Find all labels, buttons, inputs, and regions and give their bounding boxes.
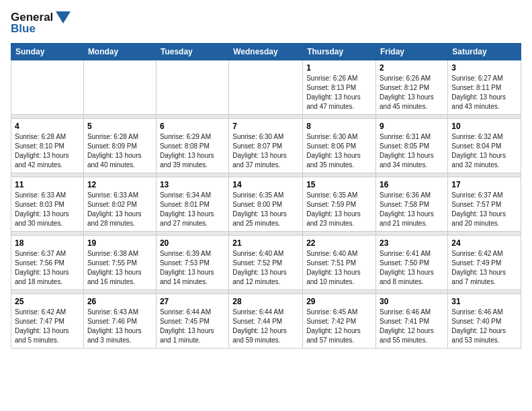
calendar-cell xyxy=(156,60,228,115)
day-number: 5 xyxy=(87,122,152,131)
calendar-cell xyxy=(83,60,156,115)
calendar-cell: 13Sunrise: 6:34 AM Sunset: 8:01 PM Dayli… xyxy=(156,177,228,232)
day-number: 14 xyxy=(232,180,299,189)
calendar-header-row: SundayMondayTuesdayWednesdayThursdayFrid… xyxy=(11,44,521,60)
calendar-week-row: 11Sunrise: 6:33 AM Sunset: 8:03 PM Dayli… xyxy=(11,177,521,232)
calendar-cell: 31Sunrise: 6:46 AM Sunset: 7:40 PM Dayli… xyxy=(448,294,521,349)
day-info: Sunrise: 6:37 AM Sunset: 7:57 PM Dayligh… xyxy=(451,191,517,228)
calendar-table: SundayMondayTuesdayWednesdayThursdayFrid… xyxy=(11,43,521,349)
day-info: Sunrise: 6:33 AM Sunset: 8:03 PM Dayligh… xyxy=(15,191,80,228)
calendar-cell: 2Sunrise: 6:26 AM Sunset: 8:12 PM Daylig… xyxy=(376,60,448,115)
calendar-cell: 10Sunrise: 6:32 AM Sunset: 8:04 PM Dayli… xyxy=(448,119,521,173)
calendar-cell: 15Sunrise: 6:35 AM Sunset: 7:59 PM Dayli… xyxy=(303,177,376,232)
calendar-cell: 16Sunrise: 6:36 AM Sunset: 7:58 PM Dayli… xyxy=(376,177,448,232)
day-info: Sunrise: 6:30 AM Sunset: 8:06 PM Dayligh… xyxy=(306,132,372,170)
day-number: 7 xyxy=(232,122,299,131)
day-info: Sunrise: 6:28 AM Sunset: 8:09 PM Dayligh… xyxy=(87,132,152,170)
calendar-cell: 6Sunrise: 6:29 AM Sunset: 8:08 PM Daylig… xyxy=(156,119,228,173)
day-info: Sunrise: 6:44 AM Sunset: 7:45 PM Dayligh… xyxy=(160,308,225,345)
day-number: 2 xyxy=(380,63,444,73)
day-number: 6 xyxy=(160,122,225,131)
calendar-cell xyxy=(229,60,303,115)
calendar-cell: 28Sunrise: 6:44 AM Sunset: 7:44 PM Dayli… xyxy=(229,294,303,349)
day-number: 17 xyxy=(451,180,517,189)
day-number: 24 xyxy=(451,238,517,248)
calendar-cell xyxy=(11,60,84,115)
day-info: Sunrise: 6:42 AM Sunset: 7:47 PM Dayligh… xyxy=(15,308,80,345)
day-number: 10 xyxy=(451,122,517,131)
day-number: 13 xyxy=(160,180,225,189)
day-number: 12 xyxy=(87,180,152,189)
day-number: 1 xyxy=(306,63,372,73)
day-info: Sunrise: 6:41 AM Sunset: 7:50 PM Dayligh… xyxy=(380,249,444,287)
day-number: 30 xyxy=(380,297,444,306)
page-header: General Blue xyxy=(11,11,521,35)
calendar-cell: 26Sunrise: 6:43 AM Sunset: 7:46 PM Dayli… xyxy=(83,294,156,349)
day-number: 21 xyxy=(232,238,299,248)
day-info: Sunrise: 6:38 AM Sunset: 7:55 PM Dayligh… xyxy=(87,249,152,287)
day-info: Sunrise: 6:43 AM Sunset: 7:46 PM Dayligh… xyxy=(87,308,152,345)
calendar-cell: 30Sunrise: 6:46 AM Sunset: 7:41 PM Dayli… xyxy=(376,294,448,349)
calendar-week-row: 1Sunrise: 6:26 AM Sunset: 8:13 PM Daylig… xyxy=(11,60,521,115)
calendar-cell: 4Sunrise: 6:28 AM Sunset: 8:10 PM Daylig… xyxy=(11,119,84,173)
day-number: 19 xyxy=(87,238,152,248)
calendar-cell: 27Sunrise: 6:44 AM Sunset: 7:45 PM Dayli… xyxy=(156,294,228,349)
calendar-cell: 8Sunrise: 6:30 AM Sunset: 8:06 PM Daylig… xyxy=(303,119,376,173)
day-info: Sunrise: 6:33 AM Sunset: 8:02 PM Dayligh… xyxy=(87,191,152,228)
day-number: 9 xyxy=(380,122,444,131)
day-info: Sunrise: 6:37 AM Sunset: 7:56 PM Dayligh… xyxy=(15,249,80,287)
day-info: Sunrise: 6:44 AM Sunset: 7:44 PM Dayligh… xyxy=(232,308,299,345)
day-info: Sunrise: 6:39 AM Sunset: 7:53 PM Dayligh… xyxy=(160,249,225,287)
day-number: 27 xyxy=(160,297,225,306)
day-info: Sunrise: 6:32 AM Sunset: 8:04 PM Dayligh… xyxy=(451,132,517,170)
calendar-cell: 21Sunrise: 6:40 AM Sunset: 7:52 PM Dayli… xyxy=(229,236,303,290)
calendar-cell: 29Sunrise: 6:45 AM Sunset: 7:42 PM Dayli… xyxy=(303,294,376,349)
calendar-week-row: 4Sunrise: 6:28 AM Sunset: 8:10 PM Daylig… xyxy=(11,119,521,173)
day-number: 26 xyxy=(87,297,152,306)
header-sunday: Sunday xyxy=(11,44,84,60)
day-info: Sunrise: 6:46 AM Sunset: 7:40 PM Dayligh… xyxy=(451,308,517,345)
day-number: 3 xyxy=(451,63,517,73)
day-number: 29 xyxy=(306,297,372,306)
day-info: Sunrise: 6:36 AM Sunset: 7:58 PM Dayligh… xyxy=(380,191,444,228)
day-info: Sunrise: 6:30 AM Sunset: 8:07 PM Dayligh… xyxy=(232,132,299,170)
day-number: 11 xyxy=(15,180,80,189)
day-info: Sunrise: 6:40 AM Sunset: 7:51 PM Dayligh… xyxy=(306,249,372,287)
calendar-cell: 5Sunrise: 6:28 AM Sunset: 8:09 PM Daylig… xyxy=(83,119,156,173)
day-info: Sunrise: 6:35 AM Sunset: 7:59 PM Dayligh… xyxy=(306,191,372,228)
day-info: Sunrise: 6:46 AM Sunset: 7:41 PM Dayligh… xyxy=(380,308,444,345)
day-number: 25 xyxy=(15,297,80,306)
day-info: Sunrise: 6:34 AM Sunset: 8:01 PM Dayligh… xyxy=(160,191,225,228)
calendar-cell: 11Sunrise: 6:33 AM Sunset: 8:03 PM Dayli… xyxy=(11,177,84,232)
calendar-cell: 7Sunrise: 6:30 AM Sunset: 8:07 PM Daylig… xyxy=(229,119,303,173)
svg-marker-0 xyxy=(56,11,71,24)
calendar-cell: 24Sunrise: 6:42 AM Sunset: 7:49 PM Dayli… xyxy=(448,236,521,290)
day-info: Sunrise: 6:42 AM Sunset: 7:49 PM Dayligh… xyxy=(451,249,517,287)
header-monday: Monday xyxy=(83,44,156,60)
logo: General Blue xyxy=(11,11,71,35)
day-number: 22 xyxy=(306,238,372,248)
calendar-cell: 18Sunrise: 6:37 AM Sunset: 7:56 PM Dayli… xyxy=(11,236,84,290)
calendar-week-row: 18Sunrise: 6:37 AM Sunset: 7:56 PM Dayli… xyxy=(11,236,521,290)
day-number: 4 xyxy=(15,122,80,131)
day-info: Sunrise: 6:45 AM Sunset: 7:42 PM Dayligh… xyxy=(306,308,372,345)
day-number: 28 xyxy=(232,297,299,306)
calendar-cell: 17Sunrise: 6:37 AM Sunset: 7:57 PM Dayli… xyxy=(448,177,521,232)
day-info: Sunrise: 6:40 AM Sunset: 7:52 PM Dayligh… xyxy=(232,249,299,287)
day-info: Sunrise: 6:26 AM Sunset: 8:13 PM Dayligh… xyxy=(306,74,372,111)
day-number: 8 xyxy=(306,122,372,131)
day-info: Sunrise: 6:27 AM Sunset: 8:11 PM Dayligh… xyxy=(451,74,517,111)
calendar-cell: 25Sunrise: 6:42 AM Sunset: 7:47 PM Dayli… xyxy=(11,294,84,349)
calendar-cell: 3Sunrise: 6:27 AM Sunset: 8:11 PM Daylig… xyxy=(448,60,521,115)
calendar-cell: 14Sunrise: 6:35 AM Sunset: 8:00 PM Dayli… xyxy=(229,177,303,232)
calendar-cell: 1Sunrise: 6:26 AM Sunset: 8:13 PM Daylig… xyxy=(303,60,376,115)
calendar-cell: 19Sunrise: 6:38 AM Sunset: 7:55 PM Dayli… xyxy=(83,236,156,290)
header-friday: Friday xyxy=(376,44,448,60)
day-info: Sunrise: 6:28 AM Sunset: 8:10 PM Dayligh… xyxy=(15,132,80,170)
calendar-week-row: 25Sunrise: 6:42 AM Sunset: 7:47 PM Dayli… xyxy=(11,294,521,349)
day-info: Sunrise: 6:29 AM Sunset: 8:08 PM Dayligh… xyxy=(160,132,225,170)
day-number: 18 xyxy=(15,238,80,248)
day-number: 31 xyxy=(451,297,517,306)
day-info: Sunrise: 6:31 AM Sunset: 8:05 PM Dayligh… xyxy=(380,132,444,170)
calendar-cell: 20Sunrise: 6:39 AM Sunset: 7:53 PM Dayli… xyxy=(156,236,228,290)
